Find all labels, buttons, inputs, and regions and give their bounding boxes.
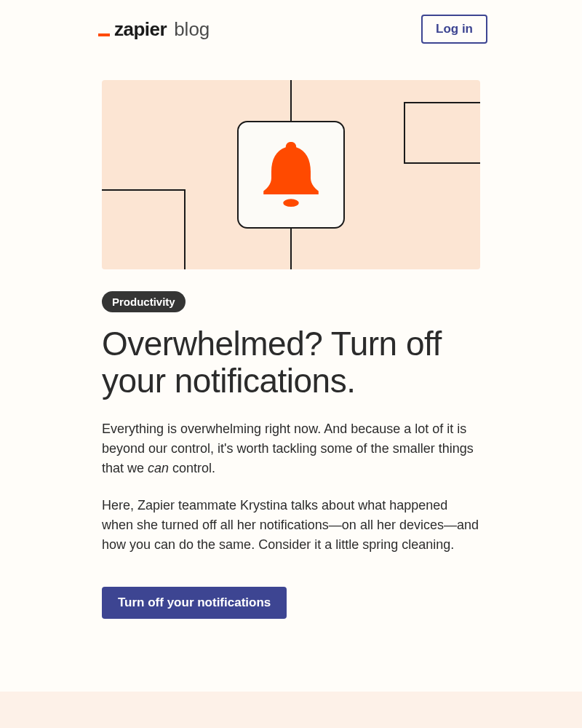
hero-decorative-rect-left: [102, 189, 186, 269]
logo-main-text: zapier: [114, 18, 167, 41]
logo-underscore-icon: [98, 33, 110, 36]
logo-sub-text: blog: [174, 18, 210, 41]
bell-card: [237, 121, 345, 229]
para1-text-b: control.: [169, 461, 215, 475]
category-badge[interactable]: Productivity: [102, 291, 186, 312]
para1-emphasis: can: [148, 461, 169, 475]
article-title: Overwhelmed? Turn off your notifications…: [102, 325, 480, 399]
article-paragraph-1: Everything is overwhelming right now. An…: [102, 419, 480, 478]
cta-button[interactable]: Turn off your notifications: [102, 587, 287, 619]
hero-image: [102, 80, 480, 269]
hero-decorative-rect-right: [404, 102, 480, 164]
header: zapier blog Log in: [0, 0, 582, 58]
logo[interactable]: zapier blog: [98, 18, 210, 41]
login-button[interactable]: Log in: [421, 15, 487, 44]
article-content: Productivity Overwhelmed? Turn off your …: [0, 58, 582, 655]
bell-icon: [258, 138, 324, 211]
article-paragraph-2: Here, Zapier teammate Krystina talks abo…: [102, 496, 480, 555]
recommended-section: Recommended reading from the Zapier blog…: [0, 692, 582, 728]
svg-point-0: [283, 199, 299, 207]
